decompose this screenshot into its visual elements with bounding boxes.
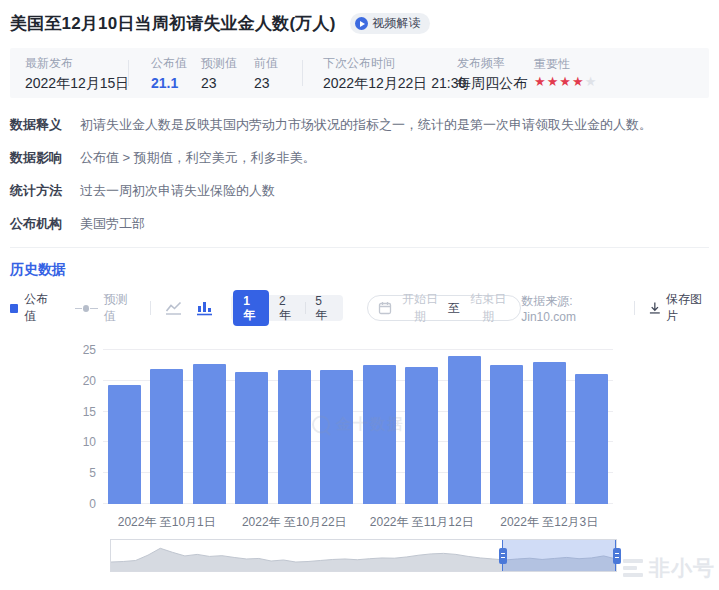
desc-label: 公布机构 bbox=[10, 214, 66, 233]
indicator-detail-page: 美国至12月10日当周初请失业金人数(万人) 视频解读 最新发布 2022年12… bbox=[0, 0, 719, 590]
data-source-label: 数据来源: Jin10.com bbox=[521, 293, 620, 324]
bar bbox=[193, 364, 226, 504]
site-watermark: 非小号 bbox=[623, 554, 715, 582]
star-icon: ★ bbox=[534, 74, 547, 89]
video-badge-label: 视频解读 bbox=[373, 15, 421, 32]
legend-forecast[interactable]: 预测值 bbox=[75, 291, 137, 325]
desc-text: 初请失业金人数是反映其国内劳动力市场状况的指标之一，统计的是第一次申请领取失业金… bbox=[80, 115, 652, 134]
desc-text: 过去一周初次申请失业保险的人数 bbox=[80, 181, 275, 200]
desc-label: 数据影响 bbox=[10, 148, 66, 167]
stats-bar: 最新发布 2022年12月15日 公布值 21.1 预测值 23 前值 23 下… bbox=[10, 48, 709, 98]
stat-value: 2022年12月15日 bbox=[25, 75, 128, 91]
start-date-field[interactable]: 开始日期 bbox=[398, 291, 442, 325]
star-icon: ★ bbox=[585, 74, 598, 89]
x-axis-tick: 2022年 至10月22日 bbox=[242, 514, 347, 531]
stat-forecast: 预测值 23 bbox=[201, 56, 254, 91]
date-separator: 至 bbox=[448, 300, 460, 317]
legend-dot-icon bbox=[83, 305, 89, 312]
stat-label: 最新发布 bbox=[25, 56, 128, 70]
navigator-selection[interactable] bbox=[502, 540, 616, 571]
desc-label: 统计方法 bbox=[10, 181, 66, 200]
site-watermark-text: 非小号 bbox=[649, 554, 715, 582]
y-axis-tick: 5 bbox=[58, 466, 96, 480]
save-image-label: 保存图片 bbox=[666, 291, 709, 325]
star-icon: ★ bbox=[572, 74, 585, 89]
legend-label: 公布值 bbox=[24, 291, 57, 325]
desc-row-agency: 公布机构 美国劳工部 bbox=[10, 214, 709, 233]
line-chart-icon[interactable] bbox=[165, 300, 182, 316]
navigator-right-handle[interactable] bbox=[613, 548, 621, 564]
importance-stars: ★★★★★ bbox=[534, 74, 597, 90]
calendar-icon bbox=[378, 301, 392, 315]
legend-label: 预测值 bbox=[104, 291, 137, 325]
play-icon bbox=[355, 17, 368, 30]
range-button-1y[interactable]: 1年 bbox=[233, 290, 269, 326]
bar bbox=[448, 356, 481, 504]
navigator-left-handle[interactable] bbox=[499, 548, 507, 564]
x-axis-tick: 2022年 至11月12日 bbox=[370, 514, 474, 531]
divider bbox=[128, 60, 129, 86]
bar bbox=[533, 362, 566, 504]
desc-row-impact: 数据影响 公布值 > 预期值，利空美元，利多非美。 bbox=[10, 148, 709, 167]
range-button-group: 1年 2年 5年 bbox=[231, 295, 343, 321]
stat-previous: 前值 23 bbox=[254, 56, 302, 91]
desc-text: 公布值 > 预期值，利空美元，利多非美。 bbox=[80, 148, 316, 167]
bar bbox=[108, 385, 141, 504]
bar-chart-icon[interactable] bbox=[196, 300, 213, 316]
bar bbox=[405, 367, 438, 504]
stat-value: 每周四公布 bbox=[457, 75, 534, 91]
bar bbox=[278, 370, 311, 504]
range-button-5y[interactable]: 5年 bbox=[305, 290, 341, 326]
x-axis-tick: 2022年 至10月1日 bbox=[118, 514, 216, 531]
chart-toolbar: 公布值 预测值 1年 2年 5年 开始日期 至 结束日期 bbox=[10, 294, 709, 322]
stat-importance: 重要性 ★★★★★ bbox=[534, 57, 597, 90]
desc-row-meaning: 数据释义 初请失业金人数是反映其国内劳动力市场状况的指标之一，统计的是第一次申请… bbox=[10, 115, 709, 134]
bar bbox=[235, 372, 268, 504]
bar bbox=[575, 374, 608, 504]
date-range-input[interactable]: 开始日期 至 结束日期 bbox=[367, 295, 521, 321]
desc-label: 数据释义 bbox=[10, 115, 66, 134]
divider bbox=[302, 60, 303, 86]
y-axis-tick: 20 bbox=[58, 374, 96, 388]
stat-label: 发布频率 bbox=[457, 56, 534, 70]
end-date-field[interactable]: 结束日期 bbox=[466, 291, 510, 325]
save-image-button[interactable]: 保存图片 bbox=[649, 291, 709, 325]
page-title: 美国至12月10日当周初请失业金人数(万人) bbox=[10, 12, 336, 35]
legend-square-icon bbox=[10, 304, 18, 313]
stat-value-published: 21.1 bbox=[151, 75, 201, 91]
range-button-2y[interactable]: 2年 bbox=[269, 290, 305, 326]
desc-row-method: 统计方法 过去一周初次申请失业保险的人数 bbox=[10, 181, 709, 200]
description-section: 数据释义 初请失业金人数是反映其国内劳动力市场状况的指标之一，统计的是第一次申请… bbox=[10, 115, 709, 233]
stat-frequency: 发布频率 每周四公布 bbox=[457, 56, 534, 91]
bar bbox=[150, 369, 183, 504]
bar bbox=[363, 365, 396, 504]
divider bbox=[634, 301, 635, 315]
stat-value: 23 bbox=[201, 75, 254, 91]
chart-type-switch bbox=[165, 300, 213, 316]
navigator-track[interactable] bbox=[110, 539, 617, 572]
y-axis-tick: 10 bbox=[58, 435, 96, 449]
y-axis-tick: 0 bbox=[58, 497, 96, 511]
stat-next-release: 下次公布时间 2022年12月22日 21:30 bbox=[323, 56, 457, 91]
video-explain-button[interactable]: 视频解读 bbox=[350, 13, 430, 34]
bar-plot bbox=[103, 350, 613, 504]
toolbar-right: 数据来源: Jin10.com 保存图片 bbox=[521, 291, 709, 325]
stat-label: 下次公布时间 bbox=[323, 56, 457, 70]
legend-line-icon bbox=[75, 308, 82, 309]
bar bbox=[320, 370, 353, 504]
download-icon bbox=[649, 301, 661, 315]
legend-published[interactable]: 公布值 bbox=[10, 291, 57, 325]
stat-published: 公布值 21.1 bbox=[151, 56, 201, 91]
stat-value: 2022年12月22日 21:30 bbox=[323, 75, 457, 91]
stat-latest-release: 最新发布 2022年12月15日 bbox=[25, 56, 128, 91]
gridline bbox=[103, 349, 613, 350]
stat-label: 公布值 bbox=[151, 56, 201, 70]
chart-navigator bbox=[110, 539, 617, 572]
y-axis-tick: 25 bbox=[58, 343, 96, 357]
star-icon: ★ bbox=[559, 74, 572, 89]
stat-value: 23 bbox=[254, 75, 302, 91]
stat-label: 前值 bbox=[254, 56, 302, 70]
stat-label: 预测值 bbox=[201, 56, 254, 70]
header: 美国至12月10日当周初请失业金人数(万人) 视频解读 bbox=[10, 12, 709, 35]
legend-line-icon bbox=[90, 308, 97, 309]
